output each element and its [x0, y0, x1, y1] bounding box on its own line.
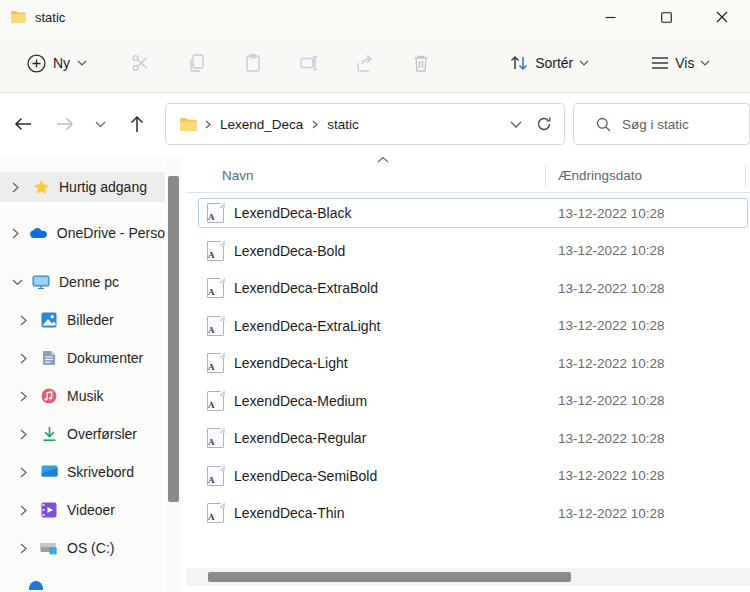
- paste-button[interactable]: [233, 45, 273, 81]
- sidebar-item-quick-access[interactable]: Hurtig adgang: [0, 172, 165, 202]
- sidebar-item-onedrive[interactable]: OneDrive - Perso: [0, 218, 165, 248]
- file-row[interactable]: A LexendDeca-Regular 13-12-2022 10:28: [198, 423, 748, 453]
- file-row[interactable]: A LexendDeca-ExtraBold 13-12-2022 10:28: [198, 273, 748, 303]
- sidebar-item-desktop[interactable]: Skrivebord: [0, 457, 165, 487]
- file-row[interactable]: A LexendDeca-ExtraLight 13-12-2022 10:28: [198, 311, 748, 341]
- sidebar-scrollbar[interactable]: [166, 156, 181, 592]
- copy-button[interactable]: [177, 45, 217, 81]
- chevron-down-icon[interactable]: [12, 279, 24, 286]
- share-button[interactable]: [345, 45, 385, 81]
- sort-button[interactable]: Sortér: [499, 47, 599, 79]
- folder-icon: [179, 117, 198, 132]
- star-icon: [32, 179, 50, 195]
- file-row[interactable]: A LexendDeca-Bold 13-12-2022 10:28: [198, 236, 748, 266]
- sidebar-item-label: Billeder: [67, 312, 114, 328]
- sidebar-item-documents[interactable]: Dokumenter: [0, 343, 165, 373]
- file-name: LexendDeca-Medium: [234, 393, 367, 409]
- sidebar-item-label: OneDrive - Perso: [57, 225, 165, 241]
- font-file-icon: A: [207, 391, 224, 411]
- file-row[interactable]: A LexendDeca-Thin 13-12-2022 10:28: [198, 498, 748, 528]
- chevron-right-icon[interactable]: [20, 429, 32, 440]
- sidebar-item-downloads[interactable]: Overførsler: [0, 419, 165, 449]
- file-row[interactable]: A LexendDeca-Medium 13-12-2022 10:28: [198, 386, 748, 416]
- sidebar-scrollbar-thumb[interactable]: [168, 176, 179, 502]
- folder-icon: [10, 10, 27, 24]
- music-icon: [40, 388, 58, 404]
- videos-icon: [40, 502, 58, 518]
- navigation-pane: Hurtig adgang OneDrive - Perso Denne pc …: [0, 156, 165, 592]
- chevron-right-icon[interactable]: [20, 353, 32, 364]
- network-icon-partial: [28, 580, 44, 590]
- cut-button[interactable]: [121, 45, 161, 81]
- sidebar-item-videos[interactable]: Videoer: [0, 495, 165, 525]
- forward-button[interactable]: [47, 106, 83, 142]
- column-header-modified[interactable]: Ændringsdato: [558, 168, 642, 183]
- navigation-bar: Lexend_Deca static: [0, 94, 750, 156]
- back-button[interactable]: [5, 106, 41, 142]
- window-title: static: [35, 10, 65, 25]
- refresh-icon[interactable]: [536, 116, 552, 132]
- file-row[interactable]: A LexendDeca-SemiBold 13-12-2022 10:28: [198, 461, 748, 491]
- close-button[interactable]: [694, 0, 750, 34]
- sidebar-item-label: Denne pc: [59, 274, 119, 290]
- sidebar-item-music[interactable]: Musik: [0, 381, 165, 411]
- horizontal-scrollbar-thumb[interactable]: [208, 572, 571, 582]
- breadcrumb-item[interactable]: static: [325, 113, 361, 136]
- file-name: LexendDeca-ExtraLight: [234, 318, 380, 334]
- file-rows: A LexendDeca-Black 13-12-2022 10:28 A Le…: [186, 193, 750, 528]
- new-button-label: Ny: [53, 55, 70, 71]
- file-name: LexendDeca-Bold: [234, 243, 345, 259]
- chevron-down-icon: [700, 60, 710, 66]
- chevron-right-icon[interactable]: [20, 505, 32, 516]
- chevron-right-icon[interactable]: [20, 315, 32, 326]
- drive-icon: [40, 541, 58, 555]
- column-header-name[interactable]: Navn: [222, 168, 254, 183]
- file-row[interactable]: A LexendDeca-Black 13-12-2022 10:28: [198, 198, 748, 228]
- address-bar[interactable]: Lexend_Deca static: [165, 103, 565, 145]
- sidebar-item-pictures[interactable]: Billeder: [0, 305, 165, 335]
- font-file-icon: A: [207, 316, 224, 336]
- chevron-right-icon[interactable]: [20, 391, 32, 402]
- chevron-right-icon[interactable]: [12, 228, 22, 239]
- list-lines-icon: [651, 56, 669, 70]
- file-name: LexendDeca-Black: [234, 205, 352, 221]
- titlebar: static: [0, 0, 750, 34]
- recent-locations-chevron[interactable]: [87, 106, 113, 142]
- file-list-pane: Navn Ændringsdato A LexendDeca-Black 13-…: [186, 156, 750, 592]
- search-input[interactable]: [622, 117, 732, 132]
- maximize-button[interactable]: [638, 0, 694, 34]
- delete-button[interactable]: [401, 45, 441, 81]
- breadcrumb-item[interactable]: Lexend_Deca: [218, 113, 305, 136]
- new-button[interactable]: Ny: [19, 48, 95, 79]
- horizontal-scrollbar[interactable]: [186, 568, 750, 586]
- downloads-icon: [40, 426, 58, 442]
- file-modified-date: 13-12-2022 10:28: [558, 393, 665, 408]
- column-divider[interactable]: [745, 164, 746, 188]
- file-name: LexendDeca-Light: [234, 355, 348, 371]
- chevron-right-icon[interactable]: [12, 182, 24, 193]
- file-name: LexendDeca-Regular: [234, 430, 366, 446]
- sidebar-item-this-pc[interactable]: Denne pc: [0, 267, 165, 297]
- sidebar-item-label: Hurtig adgang: [59, 179, 147, 195]
- rename-button[interactable]: [289, 45, 329, 81]
- sidebar-item-label: Dokumenter: [67, 350, 143, 366]
- file-row[interactable]: A LexendDeca-Light 13-12-2022 10:28: [198, 348, 748, 378]
- font-file-icon: A: [207, 203, 224, 223]
- address-dropdown-chevron-icon[interactable]: [510, 121, 522, 128]
- sort-arrows-icon: [509, 54, 529, 72]
- file-modified-date: 13-12-2022 10:28: [558, 206, 665, 221]
- column-divider[interactable]: [545, 164, 546, 188]
- chevron-right-icon[interactable]: [20, 467, 32, 478]
- file-modified-date: 13-12-2022 10:28: [558, 431, 665, 446]
- breadcrumb-chevron-icon: [205, 120, 211, 129]
- font-file-icon: A: [207, 241, 224, 261]
- minimize-button[interactable]: [582, 0, 638, 34]
- sidebar-item-os-c[interactable]: OS (C:): [0, 533, 165, 563]
- sidebar-item-label: Overførsler: [67, 426, 137, 442]
- chevron-right-icon[interactable]: [20, 543, 32, 554]
- search-box[interactable]: [573, 103, 750, 145]
- file-name: LexendDeca-ExtraBold: [234, 280, 378, 296]
- sidebar-item-label: OS (C:): [67, 540, 114, 556]
- up-button[interactable]: [119, 106, 155, 142]
- view-button[interactable]: Vis: [641, 48, 720, 78]
